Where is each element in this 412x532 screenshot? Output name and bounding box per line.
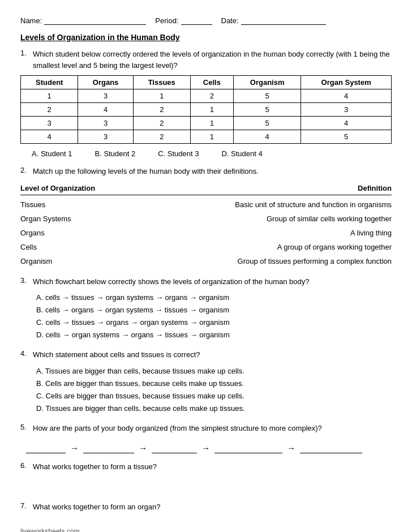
question-1: 1. Which student below correctly ordered… xyxy=(20,49,392,158)
arrow-2: → xyxy=(139,443,147,453)
q2-section-left: Level of Organization xyxy=(20,184,95,192)
matching-pair: TissuesBasic unit of structure and funct… xyxy=(20,198,392,212)
matching-left: Organ Systems xyxy=(20,214,88,223)
question-6: 6. What works together to form a tissue? xyxy=(20,461,392,494)
date-line xyxy=(241,16,326,25)
table-cell: 5 xyxy=(233,89,301,103)
choice-item: A. Tissues are bigger than cells, becaus… xyxy=(36,365,392,377)
name-line xyxy=(44,16,146,25)
page-title: Levels of Organization in the Human Body xyxy=(20,33,392,42)
choice-item: A. Student 1 xyxy=(32,149,72,158)
table-cell: 5 xyxy=(233,117,301,130)
matching-pair: Organ SystemsGroup of similar cells work… xyxy=(20,212,392,226)
arrow-1: → xyxy=(70,443,79,453)
matching-right: A group of organs working together xyxy=(277,243,392,251)
table-cell: 3 xyxy=(21,117,78,130)
col-tissues: Tissues xyxy=(133,76,190,89)
table-cell: 3 xyxy=(301,103,392,117)
q6-text: What works together to form a tissue? xyxy=(33,461,157,473)
matching-left: Cells xyxy=(20,243,88,251)
period-line xyxy=(181,16,212,25)
table-cell: 2 xyxy=(133,117,190,130)
q5-text: How are the parts of your body organized… xyxy=(33,423,322,434)
table-cell: 5 xyxy=(301,130,392,144)
q2-text: Match up the following levels of the hum… xyxy=(33,166,259,177)
table-cell: 2 xyxy=(133,130,190,144)
col-organ-system: Organ System xyxy=(301,76,392,89)
choice-item: B. Cells are bigger than tissues, becaus… xyxy=(36,377,392,390)
matching-left: Organs xyxy=(20,229,88,237)
q4-choices: A. Tissues are bigger than cells, becaus… xyxy=(20,365,392,415)
table-cell: 4 xyxy=(301,89,392,103)
q2-pairs: TissuesBasic unit of structure and funct… xyxy=(20,198,392,268)
choice-item: D. Student 4 xyxy=(221,149,262,158)
date-label: Date: xyxy=(221,16,239,25)
q3-choices: A. cells → tissues → organ systems → org… xyxy=(20,291,392,341)
choice-item: D. cells → organ systems → organs → tiss… xyxy=(36,329,392,341)
choice-item: C. cells → tissues → organs → organ syst… xyxy=(36,316,392,329)
question-4: 4. Which statement about cells and tissu… xyxy=(20,349,392,415)
q1-container: 1. Which student below correctly ordered… xyxy=(20,49,392,75)
table-cell: 4 xyxy=(233,130,301,144)
flow-blank-3 xyxy=(152,443,197,453)
matching-pair: OrgansA living thing xyxy=(20,226,392,240)
table-cell: 1 xyxy=(21,89,78,103)
col-cells: Cells xyxy=(190,76,233,89)
table-row: 332154 xyxy=(21,117,392,130)
question-3: 3. Which flowchart below correctly shows… xyxy=(20,276,392,342)
q1-choices: A. Student 1B. Student 2C. Student 3D. S… xyxy=(20,149,392,158)
arrow-3: → xyxy=(201,443,210,453)
q1-text: Which student below correctly ordered th… xyxy=(33,49,392,71)
table-row: 242153 xyxy=(21,103,392,117)
date-field: Date: xyxy=(221,16,326,25)
table-cell: 4 xyxy=(301,117,392,130)
choice-item: D. Tissues are bigger than cells, becaus… xyxy=(36,402,392,415)
q3-num: 3. xyxy=(20,276,29,292)
table-cell: 2 xyxy=(190,89,233,103)
q6-num: 6. xyxy=(20,461,29,477)
table-cell: 3 xyxy=(78,130,133,144)
table-cell: 1 xyxy=(190,117,233,130)
q1-num: 1. xyxy=(20,49,29,75)
table-cell: 3 xyxy=(78,89,133,103)
q6-answer-space xyxy=(20,477,392,494)
col-organs: Organs xyxy=(78,76,133,89)
table-cell: 2 xyxy=(21,103,78,117)
question-2: 2. Match up the following levels of the … xyxy=(20,166,392,268)
name-label: Name: xyxy=(20,16,42,25)
q4-num: 4. xyxy=(20,349,29,365)
matching-right: Group of tissues performing a complex fu… xyxy=(238,257,392,265)
q2-section-right: Definition xyxy=(358,184,392,192)
matching-pair: OrganismGroup of tissues performing a co… xyxy=(20,254,392,268)
choice-item: B. cells → organs → organ systems → tiss… xyxy=(36,304,392,316)
choice-item: B. Student 2 xyxy=(95,149,136,158)
q2-container: 2. Match up the following levels of the … xyxy=(20,166,392,182)
q4-text: Which statement about cells and tissues … xyxy=(33,349,200,361)
matching-right: Group of similar cells working together xyxy=(267,214,392,223)
q7-container: 7. What works together to form an organ? xyxy=(20,501,392,517)
q3-container: 3. Which flowchart below correctly shows… xyxy=(20,276,392,292)
q5-container: 5. How are the parts of your body organi… xyxy=(20,423,392,439)
q5-num: 5. xyxy=(20,423,29,439)
q7-text: What works together to form an organ? xyxy=(33,501,160,513)
q6-container: 6. What works together to form a tissue? xyxy=(20,461,392,477)
q2-section-headers: Level of Organization Definition xyxy=(20,182,392,195)
flow-blank-2 xyxy=(83,443,134,453)
table-header-row: Student Organs Tissues Cells Organism Or… xyxy=(21,76,392,89)
table-cell: 1 xyxy=(190,130,233,144)
name-field: Name: xyxy=(20,16,146,25)
q3-text: Which flowchart below correctly shows th… xyxy=(33,276,309,288)
matching-pair: CellsA group of organs working together xyxy=(20,240,392,254)
question-7: 7. What works together to form an organ? xyxy=(20,501,392,517)
q5-flow: → → → → xyxy=(20,443,392,453)
matching-right: A living thing xyxy=(350,229,392,237)
table-cell: 3 xyxy=(78,117,133,130)
matching-right: Basic unit of structure and function in … xyxy=(235,200,392,209)
flow-blank-5 xyxy=(300,443,362,453)
flow-blank-1 xyxy=(26,443,66,453)
table-cell: 4 xyxy=(21,130,78,144)
choice-item: C. Cells are bigger than tissues, becaus… xyxy=(36,390,392,402)
table-row: 131254 xyxy=(21,89,392,103)
period-label: Period: xyxy=(155,16,178,25)
table-cell: 4 xyxy=(78,103,133,117)
